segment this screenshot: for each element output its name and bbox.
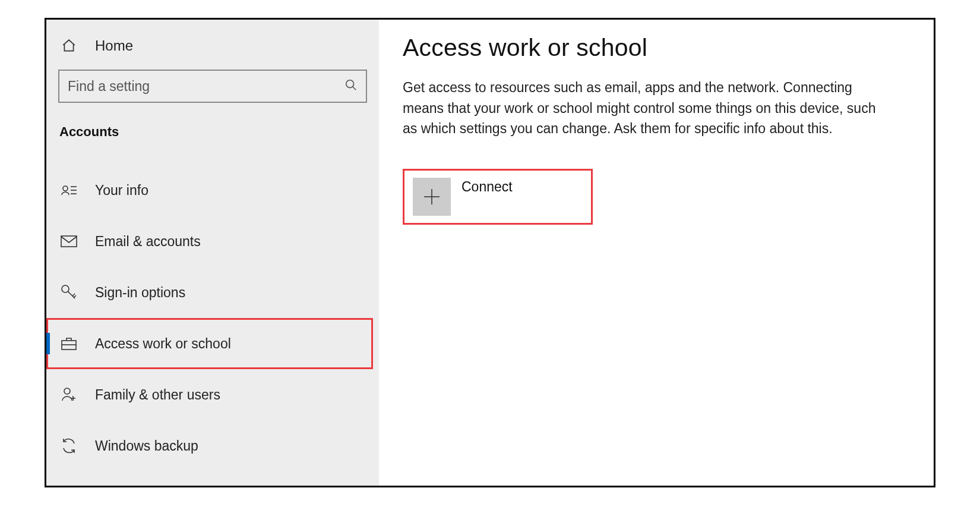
sidebar-item-email-accounts[interactable]: Email & accounts [46,216,379,267]
connect-button[interactable]: Connect [403,169,593,225]
svg-point-13 [64,388,70,394]
briefcase-icon [59,336,78,351]
sidebar-item-label: Family & other users [95,387,220,403]
svg-point-0 [346,80,354,88]
person-card-icon [59,182,78,198]
connect-label: Connect [461,179,513,195]
sidebar-item-family-other-users[interactable]: Family & other users [46,369,379,420]
sidebar-item-label: Your info [95,182,148,199]
svg-line-10 [74,295,77,298]
settings-sidebar: Home Accounts Your info [46,20,379,486]
svg-point-2 [63,186,68,191]
search-box[interactable] [58,70,367,103]
svg-line-9 [72,294,75,296]
main-content: Access work or school Get access to reso… [379,20,934,486]
page-title: Access work or school [403,34,910,62]
sidebar-item-sign-in-options[interactable]: Sign-in options [46,267,379,318]
sidebar-nav: Your info Email & accounts Sign-in optio… [46,150,379,471]
search-wrap [46,61,379,105]
key-icon [59,284,78,301]
sidebar-item-label: Windows backup [95,438,198,454]
sidebar-item-windows-backup[interactable]: Windows backup [46,420,379,471]
home-label: Home [95,37,133,54]
sidebar-item-label: Sign-in options [95,285,185,301]
sidebar-home[interactable]: Home [46,30,379,61]
svg-line-1 [353,87,356,90]
sync-icon [59,438,78,454]
sidebar-item-access-work-school[interactable]: Access work or school [46,318,373,369]
sidebar-item-label: Email & accounts [95,234,201,250]
settings-window: Home Accounts Your info [45,18,935,487]
svg-rect-6 [61,236,77,247]
search-icon [344,78,358,94]
people-add-icon [59,386,78,403]
plus-icon [413,178,451,216]
sidebar-item-label: Access work or school [95,336,231,352]
home-icon [59,38,78,53]
sidebar-section-title: Accounts [46,105,379,150]
page-description: Get access to resources such as email, a… [403,77,890,139]
sidebar-item-your-info[interactable]: Your info [46,165,379,216]
mail-icon [59,235,78,248]
search-input[interactable] [68,78,344,95]
